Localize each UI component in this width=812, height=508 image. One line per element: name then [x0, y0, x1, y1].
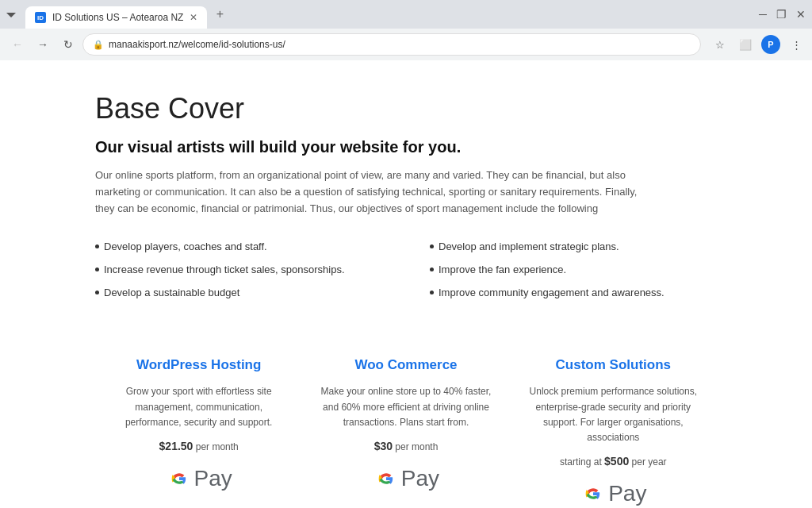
bullet-text: Improve community engagement and awarene… [439, 287, 665, 298]
minimize-button[interactable]: ─ [759, 8, 767, 21]
window-controls [6, 10, 22, 19]
bullet-col-left: Develop players, coaches and staff. Incr… [95, 241, 382, 310]
lock-icon: 🔒 [93, 40, 104, 50]
pay-text: Pay [401, 466, 439, 491]
gpay-logo-woocommerce: Pay [373, 465, 439, 492]
woocommerce-price-amount: $30 [374, 440, 393, 452]
tab-title: ID Solutions US – Aotearoa NZ [52, 12, 183, 23]
new-tab-button[interactable]: + [210, 5, 229, 24]
google-g-icon [373, 465, 400, 492]
custom-title[interactable]: Custom Solutions [556, 357, 671, 373]
custom-price-prefix: starting at [560, 456, 604, 468]
bullet-item: Improve the fan experience. [430, 264, 717, 275]
service-card-wordpress: WordPress Hosting Grow your sport with e… [95, 341, 302, 508]
nav-bar: ← → ↻ 🔒 manaakisport.nz/welcome/id-solut… [0, 29, 812, 60]
browser-window: ID ID Solutions US – Aotearoa NZ ✕ + ─ ❐… [0, 0, 812, 508]
menu-button[interactable]: ⋮ [787, 35, 806, 54]
custom-price: starting at $500 per year [560, 455, 667, 468]
extensions-icon[interactable]: ⬜ [736, 35, 755, 54]
bullet-dot [430, 244, 434, 248]
woocommerce-price-period: per month [395, 441, 438, 452]
wordpress-price: $21.50 per month [159, 440, 239, 452]
bullet-text: Improve the fan experience. [439, 264, 566, 275]
wordpress-price-period: per month [196, 441, 239, 452]
bullet-dot [95, 291, 99, 294]
bullet-text: Increase revenue through ticket sales, s… [104, 264, 345, 275]
bullet-item: Improve community engagement and awarene… [430, 287, 717, 298]
google-g-icon [580, 480, 607, 507]
restore-button[interactable]: ❐ [776, 8, 787, 21]
gpay-logo-wordpress: Pay [166, 465, 232, 492]
bullet-dot [95, 267, 99, 271]
service-card-woocommerce: Woo Commerce Make your online store up t… [302, 341, 509, 508]
service-card-custom: Custom Solutions Unlock premium performa… [510, 341, 717, 508]
bullet-text: Develop a sustainable budget [104, 287, 239, 298]
refresh-button[interactable]: ↻ [57, 33, 79, 56]
profile-button[interactable]: P [761, 35, 780, 54]
page-title: Base Cover [95, 92, 717, 125]
close-button[interactable]: ✕ [796, 8, 806, 21]
tab-close-button[interactable]: ✕ [190, 12, 197, 23]
back-button[interactable]: ← [6, 33, 29, 56]
woocommerce-price: $30 per month [374, 440, 439, 452]
bullet-col-right: Develop and implement strategic plans. I… [430, 241, 717, 310]
woocommerce-desc: Make your online store up to 40% faster,… [318, 384, 493, 430]
wordpress-price-amount: $21.50 [159, 440, 193, 452]
forward-button[interactable]: → [32, 33, 54, 56]
active-tab[interactable]: ID ID Solutions US – Aotearoa NZ ✕ [25, 6, 207, 29]
arrow-down-icon [6, 10, 16, 19]
page-subtitle: Our visual artists will build your websi… [95, 138, 717, 156]
bullet-text: Develop players, coaches and staff. [104, 241, 267, 252]
bullet-dot [95, 244, 99, 248]
custom-price-period: per year [632, 456, 667, 468]
bullet-item: Develop and implement strategic plans. [430, 241, 717, 252]
wordpress-title[interactable]: WordPress Hosting [136, 357, 261, 373]
services-section: WordPress Hosting Grow your sport with e… [95, 341, 717, 508]
url-text: manaakisport.nz/welcome/id-solutions-us/ [109, 39, 691, 50]
wordpress-desc: Grow your sport with effortless site man… [111, 384, 286, 430]
page-content: Base Cover Our visual artists will build… [0, 60, 812, 508]
page-description: Our online sports platform, from an orga… [95, 167, 650, 217]
svg-marker-0 [6, 13, 16, 17]
tab-favicon: ID [35, 12, 46, 23]
custom-price-amount: $500 [604, 455, 629, 468]
window-action-controls: ─ ❐ ✕ [759, 8, 806, 21]
gpay-logo-custom: Pay [580, 480, 646, 507]
tab-bar: ID ID Solutions US – Aotearoa NZ ✕ + ─ ❐… [0, 0, 812, 29]
address-bar[interactable]: 🔒 manaakisport.nz/welcome/id-solutions-u… [82, 33, 701, 56]
bullet-item: Develop a sustainable budget [95, 287, 382, 298]
pay-text: Pay [608, 481, 646, 506]
bullet-dot [430, 267, 434, 271]
bullet-columns: Develop players, coaches and staff. Incr… [95, 241, 717, 310]
google-g-icon [166, 465, 193, 492]
woocommerce-title[interactable]: Woo Commerce [354, 357, 457, 373]
bullet-item: Increase revenue through ticket sales, s… [95, 264, 382, 275]
pay-text: Pay [194, 466, 232, 491]
bullet-dot [430, 291, 434, 294]
bullet-item: Develop players, coaches and staff. [95, 241, 382, 252]
nav-right-controls: ☆ ⬜ P ⋮ [710, 35, 806, 54]
bullet-text: Develop and implement strategic plans. [439, 241, 619, 252]
bookmark-icon[interactable]: ☆ [710, 35, 730, 54]
custom-desc: Unlock premium performance solutions, en… [526, 384, 701, 445]
